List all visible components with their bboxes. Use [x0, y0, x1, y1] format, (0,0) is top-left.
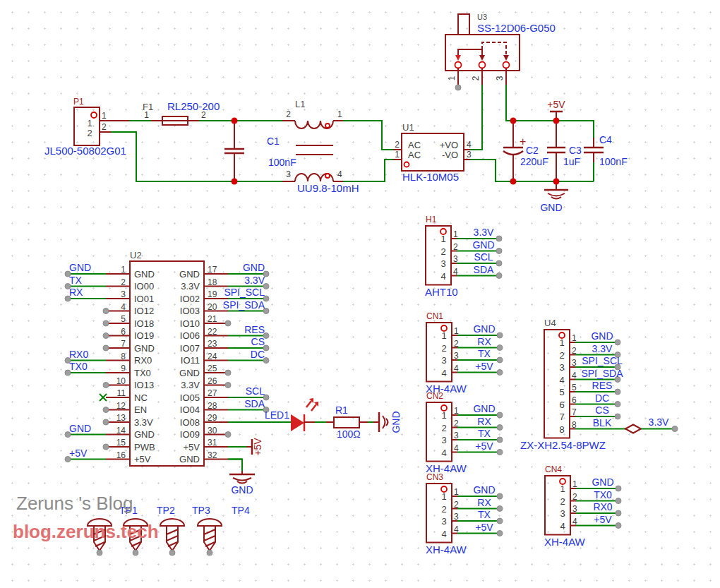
- net-label: RES: [244, 324, 265, 335]
- pin-number: 2: [121, 277, 126, 287]
- pin-name: 2: [441, 423, 446, 433]
- unconnected-dot: [225, 383, 231, 388]
- mcu-u2[interactable]: U2 1GNDGND2IO00TX3IO01RX4IO125IO186IO197…: [65, 250, 291, 466]
- connector-CN3[interactable]: CN3XH-4AW11GND22RX33TX44+5V: [426, 472, 503, 556]
- part-number: RL250-200: [167, 100, 220, 112]
- pin-name: 3.3V: [181, 281, 200, 292]
- connector-U4[interactable]: U4ZX-XH2.54-8PWZ11GND223.3V33SPI_SCL44SP…: [520, 318, 625, 451]
- pin-number: 18: [208, 277, 217, 287]
- ground-flag-u2[interactable]: GND: [229, 471, 255, 496]
- pin-name: 2: [440, 246, 445, 257]
- net-label: BLK: [593, 417, 612, 428]
- pin-number: 1: [144, 110, 149, 120]
- net-label: SPI_SCL: [224, 287, 265, 298]
- pin-name: IO01: [134, 294, 154, 304]
- ref-designator: U4: [544, 318, 556, 328]
- pin-number: 2: [286, 109, 291, 119]
- power-net-label: +5V: [252, 438, 263, 456]
- pin-number: 25: [208, 364, 217, 373]
- pin-number: 3: [467, 150, 472, 160]
- ref-designator: U1: [402, 122, 414, 133]
- unconnected-dot: [103, 333, 109, 339]
- pin-number: 13: [116, 413, 126, 423]
- power-flag-5v-u2[interactable]: +5V: [246, 438, 263, 456]
- ref-designator: R1: [335, 404, 348, 416]
- part-number: XH-4AW: [426, 544, 467, 556]
- ref-designator: CN1: [426, 311, 443, 321]
- net-label: SDA: [474, 264, 494, 275]
- part-number: AHT10: [425, 286, 458, 298]
- net-label: GND: [69, 423, 91, 434]
- pin-number: 21: [208, 314, 217, 324]
- net-label: SPI_SDA: [581, 368, 623, 379]
- pin-number: 30: [208, 426, 217, 436]
- pin-name: IO09: [180, 429, 200, 440]
- ref-designator: C4: [599, 134, 612, 145]
- pin-number: 17: [208, 265, 217, 275]
- net-label: RX0: [69, 349, 88, 360]
- pin-name: 7: [559, 412, 564, 422]
- psu-u1[interactable]: U1 AC AC +VO -VO 2 1 4 3 HLK-10M05: [393, 122, 472, 183]
- pin-number: 22: [208, 327, 217, 337]
- resistor-r1[interactable]: R1 100Ω: [304, 404, 373, 440]
- pin-name: 1: [440, 234, 445, 244]
- blog-title: Zeruns 's Blog: [16, 493, 133, 514]
- pin-number: 1: [121, 265, 126, 275]
- pin-number: 3: [454, 512, 459, 522]
- pin-number: 27: [208, 388, 217, 398]
- net-label: TX: [478, 348, 491, 359]
- pin-name: +5V: [134, 454, 151, 464]
- pin1-marker: [404, 162, 409, 167]
- net-label: RX: [477, 416, 491, 427]
- unconnected-dot: [103, 383, 109, 388]
- unconnected-dot: [225, 432, 231, 438]
- net-label: GND: [473, 484, 495, 496]
- ref-designator: LED1: [265, 409, 289, 421]
- connector-p1[interactable]: P1 JL500-50802G01 1 2 1 2: [44, 97, 126, 157]
- connector-CN4[interactable]: CN4XH-4AW11GND22TX033RX044+5V: [544, 464, 621, 548]
- pin-number: 4: [454, 364, 459, 373]
- cap-c2[interactable]: + C2 220uF: [503, 121, 548, 181]
- led1[interactable]: LED1: [265, 398, 318, 431]
- cap-c4[interactable]: C4 100nF: [584, 134, 628, 167]
- connector-CN2[interactable]: CN2XH-4AW11GND22RX33TX44+5V: [426, 391, 503, 474]
- unconnected-dot: [103, 345, 109, 351]
- unconnected-dot: [103, 407, 109, 413]
- net-label: +5V: [475, 440, 493, 452]
- cap-c3[interactable]: C3 1uF: [547, 121, 582, 181]
- pin-number: 4: [454, 443, 459, 453]
- switch-u3[interactable]: U3 SS-12D06-G050 1 2 3: [445, 13, 556, 90]
- pin-name: 6: [559, 400, 564, 410]
- pin1-marker: [91, 112, 97, 118]
- inductor-l1[interactable]: L1 2 1 3 4 UU9.8-10mH: [282, 99, 359, 194]
- pin-number: 3: [453, 254, 458, 264]
- pin-name: GND: [179, 454, 200, 464]
- ref-designator: P1: [73, 97, 84, 107]
- pin-number: 5: [572, 383, 577, 392]
- net-label: GND: [473, 403, 495, 414]
- pin-number: 23: [208, 339, 217, 349]
- pin-name: 2: [559, 350, 564, 361]
- pin-number: 12: [116, 401, 126, 411]
- ground-flag-main[interactable]: GND: [540, 181, 568, 213]
- schematic-canvas[interactable]: P1 JL500-50802G01 1 2 1 2 F1 RL250-200 1…: [0, 0, 720, 588]
- ref-designator: C2: [526, 145, 539, 156]
- pin-number: 4: [121, 302, 126, 312]
- testpoint-screw[interactable]: [160, 519, 184, 556]
- connector-CN1[interactable]: CN1XH-4AW11GND22RX33TX44+5V: [426, 311, 503, 395]
- pin-name: IO19: [134, 330, 154, 341]
- testpoint-screw[interactable]: [198, 519, 222, 556]
- pin-name: 4: [440, 271, 445, 282]
- ground-flag-side[interactable]: GND: [373, 411, 402, 433]
- pin-number: 4: [337, 169, 342, 179]
- connector-H1[interactable]: H1AHT10113.3V22GND33SCL44SDA: [425, 215, 502, 298]
- ref-designator: H1: [426, 215, 437, 224]
- pin-name: GND: [134, 343, 155, 354]
- pin-number: 11: [117, 388, 126, 398]
- pin-name: 3: [440, 258, 445, 269]
- power-flag-5v[interactable]: +5V: [547, 99, 565, 121]
- pin-name: IO10: [180, 318, 200, 329]
- pin-number: 3: [286, 169, 291, 179]
- pin-number: 2: [102, 122, 107, 132]
- pin-name: GND: [179, 269, 200, 280]
